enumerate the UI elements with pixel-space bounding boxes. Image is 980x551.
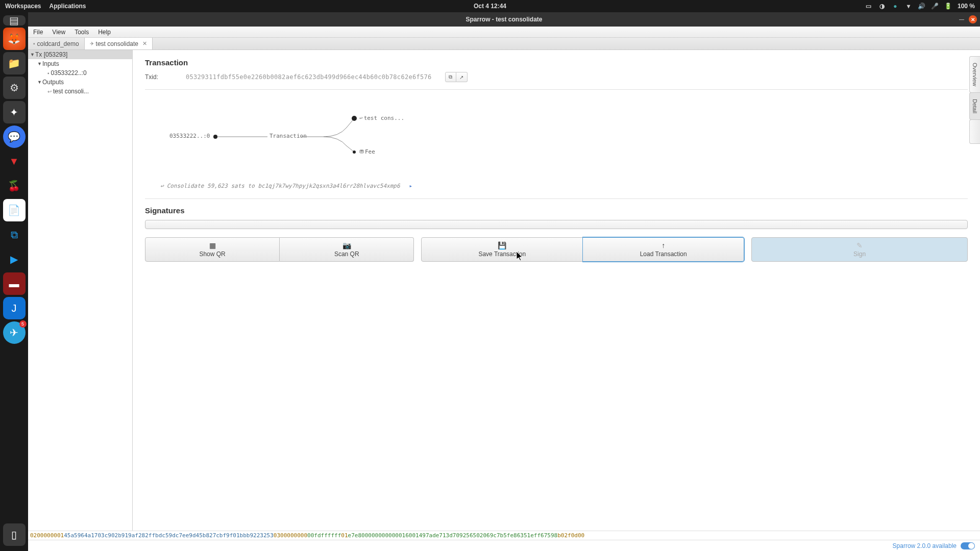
wifi-icon[interactable]: ▾ [904, 2, 913, 10]
applications-menu[interactable]: Applications [49, 3, 86, 10]
mic-icon[interactable]: 🎤 [931, 2, 939, 10]
battery-icon[interactable]: 🔋 [944, 2, 952, 10]
volume-icon[interactable]: 🔊 [918, 2, 926, 10]
workspaces-menu[interactable]: Workspaces [5, 3, 41, 10]
clock[interactable]: Oct 4 12:44 [474, 3, 506, 10]
tray-icon-2[interactable]: ◑ [878, 2, 886, 10]
os-topbar: Workspaces Applications Oct 4 12:44 ▭ ◑ … [0, 0, 980, 12]
battery-percent: 100 % [958, 3, 975, 10]
tray-icon-3[interactable]: ● [891, 2, 899, 10]
tray-icon-1[interactable]: ▭ [865, 2, 873, 10]
